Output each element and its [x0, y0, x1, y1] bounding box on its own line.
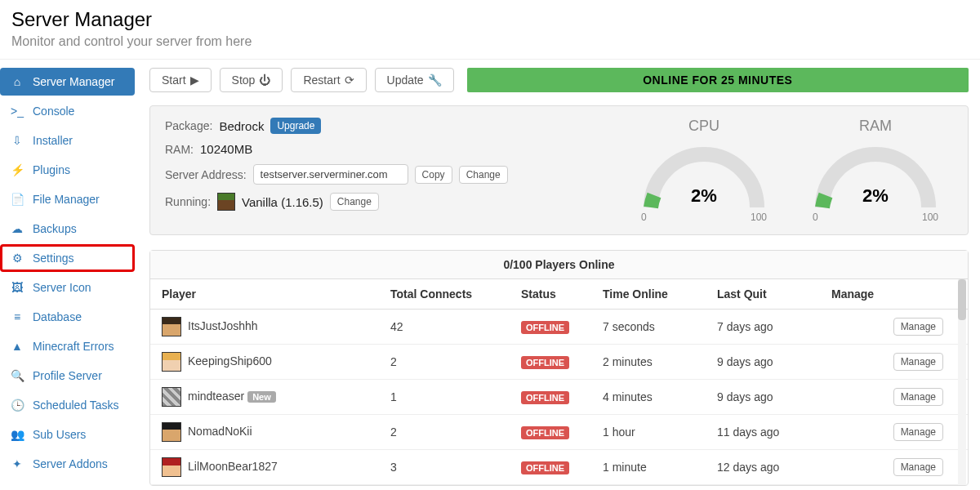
update-button[interactable]: Update 🔧 [375, 68, 454, 92]
manage-button[interactable]: Manage [893, 353, 943, 371]
player-name: NomadNoKii [188, 425, 252, 438]
page-subtitle: Monitor and control your server from her… [11, 34, 969, 49]
manage-button[interactable]: Manage [893, 388, 943, 406]
package-label: Package: [165, 119, 212, 132]
avatar [162, 352, 181, 372]
sidebar-item-label: File Manager [33, 193, 100, 206]
copy-button[interactable]: Copy [415, 166, 452, 184]
sidebar-item-label: Server Manager [33, 75, 114, 88]
restart-button[interactable]: Restart ⟳ [291, 68, 366, 92]
players-panel: 0/100 Players Online Player Total Connec… [149, 250, 969, 486]
minecraft-icon [217, 193, 235, 211]
sidebar-item-label: Plugins [33, 163, 70, 176]
cpu-gauge-title: CPU [635, 118, 773, 135]
player-name: mindteaser [188, 390, 244, 403]
info-panel: Package: Bedrock Upgrade RAM: 10240MB Se… [149, 105, 969, 235]
gear-icon: ⚙ [10, 252, 24, 265]
sidebar-item-minecraft-errors[interactable]: ▲Minecraft Errors [0, 332, 135, 360]
sidebar-item-plugins[interactable]: ⚡Plugins [0, 156, 135, 184]
sidebar-item-label: Settings [33, 252, 74, 265]
player-connects: 3 [379, 450, 510, 485]
col-manage: Manage [820, 279, 968, 310]
cpu-gauge: CPU 2% 0100 [635, 118, 773, 223]
package-value: Bedrock [219, 119, 264, 133]
sidebar-item-console[interactable]: >_Console [0, 97, 135, 125]
table-row: KeepingShip6002OFFLINE2 minutes9 days ag… [150, 345, 968, 380]
sidebar-item-backups[interactable]: ☁Backups [0, 215, 135, 243]
terminal-icon: >_ [10, 105, 24, 118]
plug-icon: ⚡ [10, 163, 24, 176]
player-time: 1 minute [591, 450, 706, 485]
player-time: 2 minutes [591, 345, 706, 380]
col-last: Last Quit [706, 279, 820, 310]
sidebar-item-file-manager[interactable]: 📄File Manager [0, 185, 135, 213]
stop-button[interactable]: Stop ⏻ [220, 68, 283, 92]
manage-button[interactable]: Manage [893, 318, 943, 336]
player-time: 1 hour [591, 415, 706, 450]
sidebar-item-label: Database [33, 310, 82, 323]
sidebar-item-database[interactable]: ≡Database [0, 303, 135, 331]
sidebar-item-server-addons[interactable]: ✦Server Addons [0, 450, 135, 478]
player-last: 12 days ago [706, 450, 820, 485]
play-icon: ▶ [190, 74, 199, 87]
table-row: ItsJustJoshhh42OFFLINE7 seconds7 days ag… [150, 310, 968, 345]
avatar [162, 317, 181, 336]
col-connects: Total Connects [379, 279, 510, 310]
sidebar-item-label: Sub Users [33, 428, 86, 441]
new-badge: New [247, 391, 276, 403]
sidebar-item-server-manager[interactable]: ⌂Server Manager [0, 68, 135, 96]
status-bar: ONLINE FOR 25 MINUTES [467, 68, 969, 92]
upgrade-button[interactable]: Upgrade [270, 118, 321, 134]
status-badge: OFFLINE [521, 321, 569, 334]
change-address-button[interactable]: Change [459, 166, 508, 184]
clock-icon: 🕒 [10, 399, 24, 412]
sidebar-item-profile-server[interactable]: 🔍Profile Server [0, 362, 135, 390]
col-time: Time Online [591, 279, 706, 310]
power-icon: ⏻ [259, 74, 270, 87]
scroll-thumb[interactable] [958, 279, 966, 320]
start-button[interactable]: Start ▶ [149, 68, 212, 92]
users-icon: 👥 [10, 428, 24, 441]
running-label: Running: [165, 195, 211, 208]
address-input[interactable] [253, 164, 408, 185]
player-last: 9 days ago [706, 380, 820, 415]
col-status: Status [510, 279, 591, 310]
image-icon: 🖼 [10, 281, 24, 294]
avatar [162, 422, 181, 442]
player-last: 9 days ago [706, 345, 820, 380]
sidebar-item-settings[interactable]: ⚙Settings [0, 244, 135, 272]
change-version-button[interactable]: Change [330, 193, 379, 211]
page-header: Server Manager Monitor and control your … [0, 0, 980, 60]
players-table: Player Total Connects Status Time Online… [150, 279, 968, 485]
status-badge: OFFLINE [521, 356, 569, 369]
manage-button[interactable]: Manage [893, 458, 943, 476]
scrollbar[interactable] [958, 279, 966, 485]
sidebar-item-label: Minecraft Errors [33, 340, 114, 353]
sidebar-item-scheduled-tasks[interactable]: 🕒Scheduled Tasks [0, 391, 135, 419]
sidebar-item-label: Server Icon [33, 281, 91, 294]
server-controls: Start ▶ Stop ⏻ Restart ⟳ Update 🔧 [149, 68, 454, 92]
puzzle-icon: ✦ [10, 457, 24, 470]
ram-value: 10240MB [200, 142, 252, 156]
home-icon: ⌂ [10, 75, 24, 88]
page-title: Server Manager [11, 8, 969, 31]
sidebar-item-server-icon[interactable]: 🖼Server Icon [0, 274, 135, 301]
player-connects: 2 [379, 345, 510, 380]
ram-gauge: RAM 2% 0100 [806, 118, 945, 223]
manage-button[interactable]: Manage [893, 423, 943, 441]
sidebar-item-label: Backups [33, 222, 77, 235]
col-player: Player [150, 279, 379, 310]
player-connects: 2 [379, 415, 510, 450]
sidebar-item-installer[interactable]: ⇩Installer [0, 127, 135, 154]
player-connects: 1 [379, 380, 510, 415]
ram-gauge-title: RAM [806, 118, 945, 135]
sidebar-item-label: Console [33, 105, 74, 118]
ram-pct: 2% [806, 185, 945, 207]
table-row: NomadNoKii2OFFLINE1 hour11 days agoManag… [150, 415, 968, 450]
search-icon: 🔍 [10, 369, 24, 382]
ram-label: RAM: [165, 143, 194, 156]
sidebar-item-label: Profile Server [33, 369, 102, 382]
refresh-icon: ⟳ [345, 74, 354, 87]
sidebar-item-sub-users[interactable]: 👥Sub Users [0, 421, 135, 448]
sidebar-item-label: Scheduled Tasks [33, 399, 119, 412]
